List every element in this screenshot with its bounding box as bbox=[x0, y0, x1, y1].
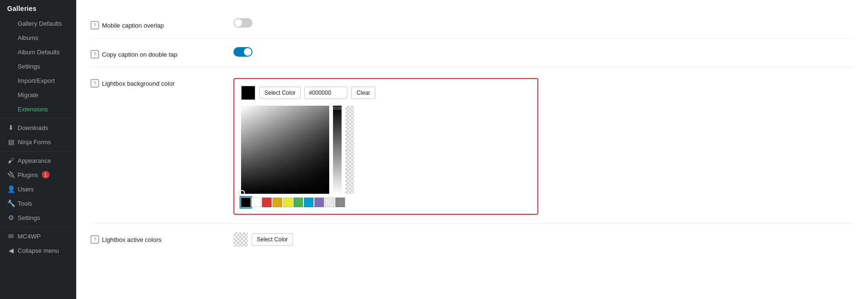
copy-caption-label-wrap: ? Copy caption on double tap bbox=[91, 47, 224, 59]
tools-icon: 🔧 bbox=[7, 199, 15, 207]
settings-icon bbox=[7, 62, 15, 70]
copy-caption-toggle-wrap bbox=[233, 47, 252, 57]
copy-caption-help[interactable]: ? bbox=[91, 50, 99, 59]
color-swatch-black[interactable] bbox=[241, 86, 255, 100]
mobile-caption-overlap-label-wrap: ? Mobile caption overlap bbox=[91, 18, 224, 30]
sidebar-item-appearance[interactable]: 🖌 Appearance bbox=[0, 153, 76, 168]
sidebar-item-label: Album Defaults bbox=[18, 49, 60, 56]
sidebar-item-albums[interactable]: Albums bbox=[0, 30, 76, 45]
color-hex-input[interactable] bbox=[304, 87, 347, 99]
sidebar-item-label: MC4WP bbox=[18, 233, 40, 240]
swatch-orange[interactable] bbox=[273, 198, 282, 207]
swatch-white[interactable] bbox=[252, 198, 261, 207]
sidebar-item-label: Appearance bbox=[18, 157, 51, 164]
sidebar-item-import-export[interactable]: Import/Export bbox=[0, 73, 76, 88]
lightbox-active-colors-row: ? Lightbox active colors Select Color bbox=[91, 224, 854, 261]
appearance-icon: 🖌 bbox=[7, 157, 15, 164]
sidebar-galleries-header: Galleries bbox=[0, 0, 76, 16]
color-picker-header: Select Color Clear bbox=[241, 86, 531, 100]
downloads-icon: ⬇ bbox=[7, 124, 15, 131]
copy-caption-row: ? Copy caption on double tap bbox=[91, 39, 854, 68]
settings2-icon: ⚙ bbox=[7, 214, 15, 221]
select-color-button-active[interactable]: Select Color bbox=[252, 233, 293, 246]
sidebar-item-ninja-forms[interactable]: ▤ Ninja Forms bbox=[0, 135, 76, 149]
migrate-icon bbox=[7, 91, 15, 99]
content-area: ? Mobile caption overlap ? Copy caption … bbox=[76, 0, 868, 299]
sidebar-item-label: Albums bbox=[18, 34, 38, 41]
collapse-menu-icon: ◀ bbox=[7, 247, 15, 254]
sidebar-item-migrate[interactable]: Migrate bbox=[0, 88, 76, 102]
extensions-icon bbox=[7, 105, 15, 113]
mobile-caption-toggle[interactable] bbox=[233, 18, 252, 28]
sidebar-item-label: Settings bbox=[18, 214, 40, 221]
plugins-badge: 1 bbox=[42, 171, 50, 179]
lightbox-bg-control: Select Color Clear bbox=[233, 76, 538, 215]
sidebar-item-label: Collapse menu bbox=[18, 247, 59, 254]
swatch-black[interactable] bbox=[241, 198, 251, 207]
plugins-icon: 🔌 bbox=[7, 171, 15, 179]
swatch-blue[interactable] bbox=[304, 198, 313, 207]
mobile-caption-overlap-help[interactable]: ? bbox=[91, 21, 99, 30]
lightbox-active-control: Select Color bbox=[233, 232, 293, 252]
lightbox-active-swatch[interactable] bbox=[233, 232, 248, 247]
copy-caption-toggle[interactable] bbox=[233, 47, 252, 57]
lightbox-active-color-header: Select Color bbox=[233, 232, 293, 247]
mobile-caption-overlap-row: ? Mobile caption overlap bbox=[91, 10, 854, 39]
sidebar-item-users[interactable]: 👤 Users bbox=[0, 182, 76, 196]
sidebar-item-album-defaults[interactable]: Album Defaults bbox=[0, 45, 76, 59]
swatch-dark-gray[interactable] bbox=[335, 198, 345, 207]
swatch-purple[interactable] bbox=[314, 198, 324, 207]
sidebar-item-settings[interactable]: Settings bbox=[0, 59, 76, 73]
copy-caption-label: Copy caption on double tap bbox=[102, 51, 177, 58]
hue-bar[interactable] bbox=[333, 106, 342, 194]
hue-cursor bbox=[333, 107, 341, 110]
sidebar: Galleries Gallery Defaults Albums Album … bbox=[0, 0, 76, 299]
swatch-green[interactable] bbox=[293, 198, 303, 207]
album-defaults-icon bbox=[7, 48, 15, 56]
swatch-yellow[interactable] bbox=[283, 198, 293, 207]
lightbox-active-help[interactable]: ? bbox=[91, 235, 99, 244]
lightbox-bg-label: Lightbox background color bbox=[102, 80, 175, 87]
sidebar-item-label: Import/Export bbox=[18, 77, 55, 84]
alpha-bar[interactable] bbox=[345, 106, 354, 194]
sidebar-item-label: Tools bbox=[18, 200, 32, 207]
select-color-button-top[interactable]: Select Color bbox=[259, 87, 301, 99]
lightbox-bg-help[interactable]: ? bbox=[91, 79, 99, 88]
sidebar-item-label: Downloads bbox=[18, 124, 48, 131]
sidebar-item-label: Plugins bbox=[18, 171, 38, 179]
mobile-caption-toggle-wrap bbox=[233, 18, 252, 28]
sidebar-item-label: Users bbox=[18, 186, 34, 193]
ninja-forms-icon: ▤ bbox=[7, 138, 15, 146]
sidebar-item-tools[interactable]: 🔧 Tools bbox=[0, 196, 76, 210]
sidebar-item-downloads[interactable]: ⬇ Downloads bbox=[0, 120, 76, 135]
lightbox-bg-label-wrap: ? Lightbox background color bbox=[91, 76, 224, 88]
sidebar-item-label: Extensions bbox=[18, 106, 48, 113]
sidebar-item-plugins[interactable]: 🔌 Plugins 1 bbox=[0, 168, 76, 182]
albums-icon bbox=[7, 34, 15, 41]
clear-button[interactable]: Clear bbox=[351, 87, 375, 99]
color-picker-section: Select Color Clear bbox=[233, 78, 538, 215]
sidebar-item-extensions[interactable]: Extensions bbox=[0, 102, 76, 116]
swatch-red[interactable] bbox=[262, 198, 272, 207]
color-gradient-area bbox=[241, 106, 531, 194]
lightbox-bg-color-row: ? Lightbox background color Select Color… bbox=[91, 68, 854, 224]
gradient-box[interactable] bbox=[241, 106, 329, 194]
sidebar-item-label: Gallery Defaults bbox=[18, 20, 61, 27]
sidebar-item-mc4wp[interactable]: ✉ MC4WP bbox=[0, 229, 76, 243]
sidebar-item-label: Settings bbox=[18, 63, 40, 70]
sidebar-item-collapse-menu[interactable]: ◀ Collapse menu bbox=[0, 243, 76, 258]
sidebar-item-label: Ninja Forms bbox=[18, 139, 51, 146]
sidebar-item-settings2[interactable]: ⚙ Settings bbox=[0, 210, 76, 225]
copy-caption-toggle-knob bbox=[244, 48, 252, 56]
mobile-caption-overlap-label: Mobile caption overlap bbox=[102, 22, 164, 29]
lightbox-active-label: Lightbox active colors bbox=[102, 236, 161, 243]
mobile-caption-toggle-knob bbox=[234, 19, 242, 27]
copy-caption-control bbox=[233, 47, 252, 57]
swatch-light-gray[interactable] bbox=[325, 198, 334, 207]
color-swatches-row bbox=[241, 198, 531, 207]
main-content: ? Mobile caption overlap ? Copy caption … bbox=[76, 0, 868, 299]
users-icon: 👤 bbox=[7, 185, 15, 193]
sidebar-item-gallery-defaults[interactable]: Gallery Defaults bbox=[0, 16, 76, 30]
sidebar-item-label: Migrate bbox=[18, 91, 38, 99]
gallery-defaults-icon bbox=[7, 20, 15, 27]
